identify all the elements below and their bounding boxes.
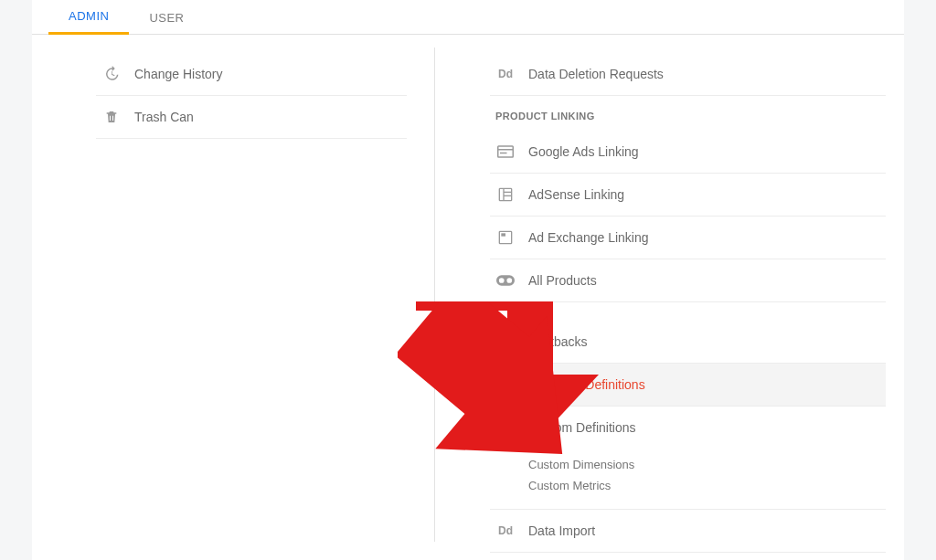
tab-admin[interactable]: ADMIN bbox=[48, 9, 129, 35]
menu-label: Trash Can bbox=[134, 110, 194, 124]
menu-data-import[interactable]: Dd Data Import bbox=[490, 510, 886, 553]
menu-label: AdSense Linking bbox=[528, 187, 624, 202]
sub-custom-metrics[interactable]: Custom Metrics bbox=[528, 475, 886, 496]
adsense-icon bbox=[495, 186, 516, 203]
svg-point-11 bbox=[506, 278, 512, 283]
left-column: Change History Trash Can bbox=[32, 35, 434, 560]
svg-point-10 bbox=[499, 278, 505, 283]
trash-icon bbox=[101, 109, 122, 125]
menu-google-ads-linking[interactable]: Google Ads Linking bbox=[490, 131, 886, 174]
ads-icon bbox=[495, 143, 516, 160]
menu-label: Data Deletion Requests bbox=[528, 67, 664, 81]
svg-rect-0 bbox=[498, 146, 514, 157]
menu-all-products[interactable]: All Products bbox=[490, 259, 886, 302]
menu-custom-definitions[interactable]: Dd Custom Definitions bbox=[490, 407, 886, 449]
custom-definitions-subitems: Custom Dimensions Custom Metrics bbox=[490, 449, 886, 510]
tabs-bar: ADMIN USER bbox=[32, 0, 904, 35]
section-product-linking: PRODUCT LINKING bbox=[490, 96, 886, 131]
menu-label: Data Import bbox=[528, 523, 595, 538]
menu-change-history[interactable]: Change History bbox=[96, 53, 407, 96]
svg-rect-8 bbox=[501, 233, 505, 236]
panel-body: Change History Trash Can Dd Data Deletio… bbox=[32, 35, 904, 560]
right-column: Dd Data Deletion Requests PRODUCT LINKIN… bbox=[435, 35, 904, 560]
dd-icon: Dd bbox=[495, 419, 516, 436]
menu-adsense-linking[interactable]: AdSense Linking bbox=[490, 174, 886, 217]
menu-label: Change History bbox=[134, 67, 223, 81]
right-menu-list: Dd Data Deletion Requests PRODUCT LINKIN… bbox=[490, 53, 886, 553]
svg-rect-7 bbox=[499, 231, 511, 243]
menu-label: Custom Definitions bbox=[528, 420, 636, 435]
link-icon bbox=[495, 272, 516, 289]
svg-rect-3 bbox=[499, 188, 511, 200]
menu-trash-can[interactable]: Trash Can bbox=[96, 96, 407, 139]
menu-label: Postbacks bbox=[528, 334, 588, 349]
dd-icon: Dd bbox=[495, 66, 516, 82]
menu-label: Audience Definitions bbox=[528, 377, 645, 392]
menu-label: Google Ads Linking bbox=[528, 144, 639, 159]
admin-panel: ADMIN USER Change History Trash Can bbox=[32, 0, 904, 560]
menu-postbacks[interactable]: Postbacks bbox=[490, 321, 886, 364]
dd-icon: Dd bbox=[495, 523, 516, 539]
ad-exchange-icon bbox=[495, 229, 516, 246]
spacer bbox=[490, 302, 886, 321]
history-icon bbox=[101, 66, 122, 82]
menu-audience-definitions[interactable]: Audience Definitions bbox=[490, 364, 886, 407]
postbacks-icon bbox=[495, 333, 516, 350]
menu-label: All Products bbox=[528, 273, 597, 288]
menu-label: Ad Exchange Linking bbox=[528, 230, 649, 245]
tab-user[interactable]: USER bbox=[129, 11, 204, 34]
menu-ad-exchange-linking[interactable]: Ad Exchange Linking bbox=[490, 217, 886, 259]
sub-custom-dimensions[interactable]: Custom Dimensions bbox=[528, 454, 886, 475]
audience-icon bbox=[495, 376, 516, 393]
menu-data-deletion-requests[interactable]: Dd Data Deletion Requests bbox=[490, 53, 886, 96]
